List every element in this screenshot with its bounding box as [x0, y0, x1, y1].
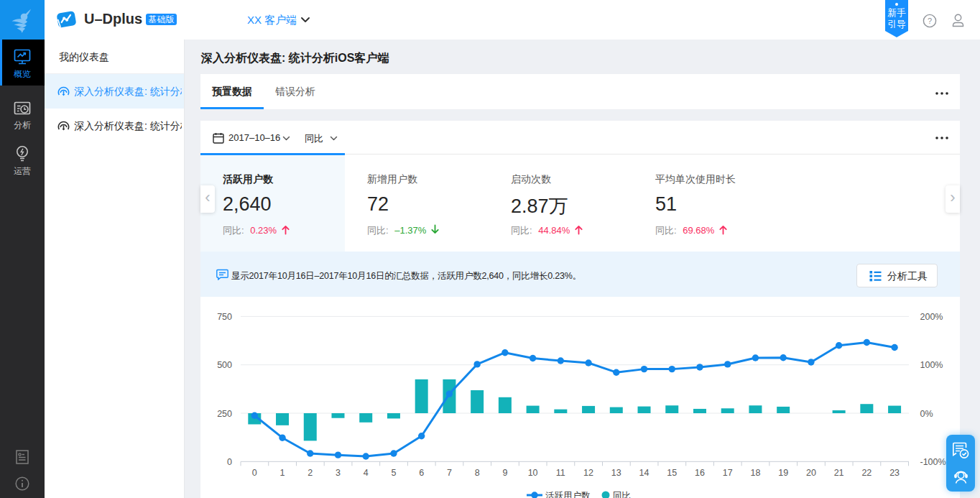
svg-text:17: 17 — [723, 468, 733, 478]
svg-text:9: 9 — [502, 468, 507, 478]
svg-text:18: 18 — [750, 468, 760, 478]
svg-text:3: 3 — [336, 468, 341, 478]
svg-text:19: 19 — [778, 468, 788, 478]
svg-text:2: 2 — [308, 468, 313, 478]
svg-text:250: 250 — [217, 409, 232, 419]
svg-text:100%: 100% — [920, 360, 943, 370]
svg-text:13: 13 — [611, 468, 621, 478]
svg-text:-100%: -100% — [920, 457, 946, 467]
svg-text:15: 15 — [667, 468, 677, 478]
svg-text:6: 6 — [419, 468, 424, 478]
svg-text:活跃用户数: 活跃用户数 — [545, 491, 591, 498]
svg-text:4: 4 — [364, 468, 369, 478]
svg-text:10: 10 — [528, 468, 538, 478]
svg-text:同比: 同比 — [613, 491, 631, 498]
svg-text:750: 750 — [217, 312, 232, 322]
svg-text:11: 11 — [556, 468, 565, 478]
svg-text:200%: 200% — [920, 312, 943, 322]
svg-text:5: 5 — [391, 468, 396, 478]
svg-text:8: 8 — [475, 468, 480, 478]
svg-text:21: 21 — [834, 468, 844, 478]
svg-text:23: 23 — [889, 468, 900, 478]
svg-text:14: 14 — [639, 468, 650, 478]
svg-text:1: 1 — [280, 468, 285, 478]
svg-text:0: 0 — [227, 457, 232, 467]
svg-text:20: 20 — [806, 468, 816, 478]
svg-text:500: 500 — [217, 360, 232, 370]
svg-text:0: 0 — [252, 468, 257, 478]
svg-text:7: 7 — [447, 468, 452, 478]
svg-text:16: 16 — [695, 468, 705, 478]
svg-text:?: ? — [928, 17, 932, 25]
svg-text:0%: 0% — [920, 409, 933, 419]
svg-text:22: 22 — [861, 468, 872, 478]
svg-text:12: 12 — [583, 468, 593, 478]
